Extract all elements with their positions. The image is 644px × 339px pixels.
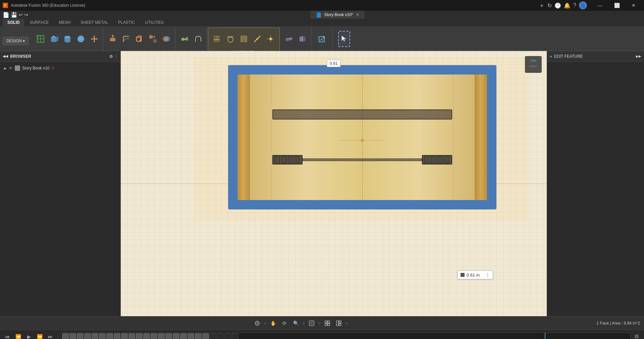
orbit-button[interactable]: ⟳ <box>280 319 289 328</box>
dimension-label-top: 0.61 <box>327 60 340 67</box>
combine-icon[interactable] <box>160 31 172 47</box>
browser-collapse-icon[interactable]: ◀◀ <box>3 54 8 58</box>
timeline-item[interactable] <box>158 333 165 339</box>
select-icon[interactable] <box>338 31 350 47</box>
offset-plane-icon[interactable] <box>211 31 223 47</box>
tangent-plane-icon[interactable] <box>224 31 236 47</box>
expand-icon[interactable]: ▶ <box>4 66 7 70</box>
timeline-item[interactable] <box>121 333 128 339</box>
dimension-value[interactable]: 0.61 in <box>467 273 483 278</box>
box-icon[interactable] <box>48 31 60 47</box>
design-mode-button[interactable]: DESIGN ▾ <box>3 37 29 45</box>
tab-plastic[interactable]: PLASTIC <box>113 19 140 26</box>
timeline-item[interactable] <box>202 333 209 339</box>
book-model[interactable] <box>228 65 496 209</box>
timeline-item[interactable] <box>128 333 135 339</box>
document-title[interactable]: Story Book v10* <box>324 12 353 17</box>
snap-button[interactable] <box>253 319 262 328</box>
grid-button[interactable] <box>323 319 332 328</box>
tab-mesh[interactable]: MESH <box>54 19 75 26</box>
joint-icon[interactable] <box>179 31 191 47</box>
close-tab-icon[interactable]: ✕ <box>356 12 359 17</box>
tab-sheet-metal[interactable]: SHEET METAL <box>76 19 113 26</box>
press-pull-icon[interactable] <box>107 31 119 47</box>
axis-icon[interactable] <box>251 31 263 47</box>
cylinder-icon[interactable] <box>61 31 73 47</box>
tab-utilities[interactable]: UTILITIES <box>140 19 168 26</box>
scale-icon[interactable] <box>147 31 159 47</box>
visibility-icon[interactable]: 👁 <box>9 66 13 70</box>
timeline-item[interactable] <box>210 333 216 339</box>
timeline-item[interactable] <box>217 333 224 339</box>
notification-icon[interactable]: 🔔 <box>564 2 571 9</box>
point-icon[interactable] <box>265 31 277 47</box>
assemble-icon2[interactable] <box>192 31 204 47</box>
display-mode-button[interactable] <box>307 319 316 328</box>
add-icon[interactable]: ＋ <box>539 1 545 9</box>
fillet-icon[interactable] <box>120 31 132 47</box>
timeline-item[interactable] <box>165 333 172 339</box>
timeline-track[interactable] <box>61 333 631 339</box>
bottom-toolbar: ▾ ✋ ⟳ 🔍 ▾ ▾ ▾ 1 Face | Area : 6.84 in^2 <box>0 316 644 330</box>
edit-feature-expand-icon[interactable]: ▶▶ <box>636 54 641 58</box>
tab-solid[interactable]: SOLID <box>3 19 24 26</box>
refresh-icon[interactable]: ↻ <box>547 2 552 9</box>
play-to-end-button[interactable]: ⏭ <box>46 332 55 339</box>
timeline-item[interactable] <box>99 333 106 339</box>
timeline-item[interactable] <box>84 333 91 339</box>
shell-icon[interactable] <box>133 31 146 47</box>
svg-text:TOP: TOP <box>530 59 536 62</box>
undo-button[interactable]: ↩ <box>19 12 23 17</box>
timeline-item[interactable] <box>92 333 98 339</box>
svg-rect-3 <box>37 35 39 38</box>
file-icon[interactable]: 📄 <box>3 12 9 18</box>
timeline-item[interactable] <box>69 333 76 339</box>
viewport[interactable]: 0.61 0.61 in ⋮ TOP FRONT R <box>121 51 547 316</box>
timeline-item[interactable] <box>232 333 238 339</box>
timeline-item[interactable] <box>143 333 150 339</box>
timeline-item[interactable] <box>151 333 157 339</box>
timeline-item[interactable] <box>77 333 84 339</box>
timeline-item[interactable] <box>136 333 143 339</box>
timeline-item[interactable] <box>224 333 231 339</box>
view-layout-button[interactable] <box>334 319 343 328</box>
browser-item-storybook[interactable]: ▶ 👁 Story Book v10 ⊙ <box>3 64 118 72</box>
measure-icon[interactable] <box>283 31 295 47</box>
redo-button[interactable]: ↪ <box>24 12 28 17</box>
play-button[interactable]: ▶ <box>24 332 34 339</box>
new-sketch-icon[interactable] <box>35 31 47 47</box>
design-label: DESIGN ▾ <box>6 39 25 43</box>
timeline-item[interactable] <box>180 333 187 339</box>
timeline-item[interactable] <box>106 333 113 339</box>
view-cube[interactable]: TOP FRONT R <box>523 54 543 75</box>
play-to-start-button[interactable]: ⏮ <box>3 332 12 339</box>
save-button[interactable]: 💾 <box>11 12 17 18</box>
history-icon[interactable]: 🕐 <box>554 2 561 9</box>
zoom-button[interactable]: 🔍 <box>291 319 301 328</box>
timeline-item[interactable] <box>62 333 69 339</box>
timeline-item[interactable] <box>187 333 194 339</box>
dimension-menu-icon[interactable]: ⋮ <box>485 272 490 278</box>
avatar[interactable]: 👤 <box>579 1 587 9</box>
dimension-input[interactable]: 0.61 in ⋮ <box>458 271 493 279</box>
timeline-item[interactable] <box>173 333 179 339</box>
step-forward-button[interactable]: ⏩ <box>35 332 44 339</box>
move-icon[interactable] <box>88 31 100 47</box>
sphere-icon[interactable] <box>75 31 87 47</box>
minimize-button[interactable]: — <box>592 0 608 11</box>
section-analysis-icon[interactable] <box>297 31 309 47</box>
step-back-button[interactable]: ⏪ <box>13 332 23 339</box>
help-icon[interactable]: ? <box>573 2 576 8</box>
timeline-item[interactable] <box>114 333 120 339</box>
close-button[interactable]: ✕ <box>626 0 641 11</box>
browser-settings-icon[interactable]: ⊙ <box>109 54 113 59</box>
pan-button[interactable]: ✋ <box>268 319 278 328</box>
tab-surface[interactable]: SURFACE <box>25 19 54 26</box>
timeline-settings-icon[interactable]: ⚙ <box>632 332 641 339</box>
midplane-icon[interactable] <box>238 31 250 47</box>
maximize-button[interactable]: ⬜ <box>609 0 625 11</box>
timeline-item[interactable] <box>195 333 202 339</box>
insert-image-icon[interactable] <box>316 31 328 47</box>
browser-item-record-icon[interactable]: ⊙ <box>51 66 55 70</box>
svg-point-23 <box>165 36 170 42</box>
